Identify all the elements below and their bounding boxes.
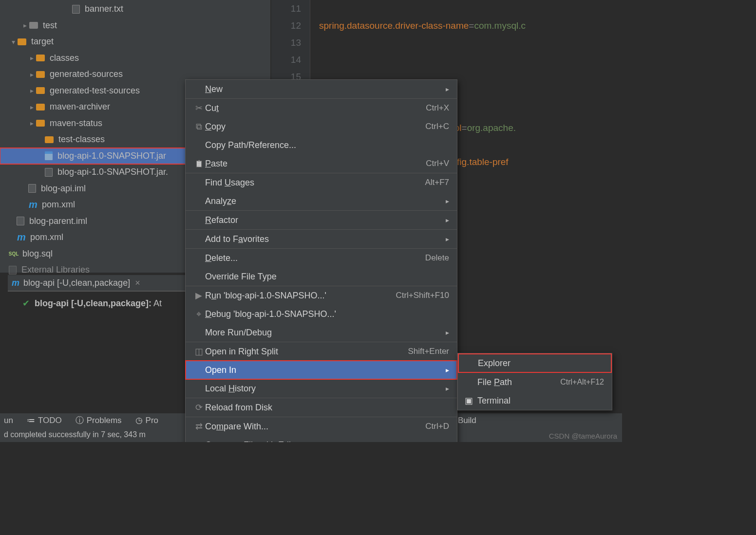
iml-file-icon — [17, 217, 24, 225]
terminal-icon: ▣ — [465, 395, 477, 406]
profiler-icon: ◷ — [135, 415, 143, 425]
run-tool-button[interactable]: un — [4, 416, 13, 425]
close-icon[interactable]: × — [135, 278, 140, 288]
tree-label: generated-sources — [50, 69, 123, 79]
shortcut: Ctrl+C — [425, 122, 449, 131]
submenu-file-path[interactable]: File PathCtrl+Alt+F12 — [458, 373, 612, 391]
status-message: d completed successfully in 7 sec, 343 m — [4, 430, 146, 439]
file-icon — [45, 168, 53, 177]
library-icon — [9, 266, 17, 275]
check-icon: ✔ — [22, 298, 30, 308]
ctx-refactor[interactable]: Refactor — [186, 211, 457, 230]
tree-label: blog-api-1.0-SNAPSHOT.jar. — [57, 167, 168, 177]
tree-label: pom.xml — [42, 200, 75, 210]
tree-label: test-classes — [58, 134, 105, 145]
profiler-tool-button[interactable]: ◷Pro — [135, 415, 158, 425]
ctx-open-in[interactable]: Open In — [186, 361, 457, 379]
tree-row-banner[interactable]: banner.txt — [0, 1, 270, 18]
ctx-cut[interactable]: CutCtrl+X — [186, 99, 457, 117]
run-tab-label: blog-api [-U,clean,package] — [23, 278, 130, 288]
line-number: 11 — [271, 0, 301, 17]
tree-label: blog-api.iml — [41, 184, 86, 194]
iml-file-icon — [28, 184, 36, 193]
maven-icon: m — [28, 200, 38, 210]
tree-row-classes[interactable]: classes — [0, 50, 270, 67]
split-icon — [192, 347, 205, 356]
tree-label: blog.sql — [22, 249, 53, 259]
play-icon: ▶ — [192, 291, 205, 300]
chevron-right-icon — [446, 216, 449, 224]
line-number: 12 — [271, 17, 301, 34]
chevron-right-icon — [446, 85, 449, 93]
ctx-analyze[interactable]: Analyze — [186, 192, 457, 211]
chevron-right-icon — [446, 329, 449, 336]
tree-label: generated-test-sources — [50, 86, 140, 96]
open-in-submenu[interactable]: Explorer File PathCtrl+Alt+F12 ▣Terminal — [457, 353, 612, 410]
ctx-compare-with[interactable]: ⇄Compare With...Ctrl+D — [186, 417, 457, 436]
chevron-right-icon[interactable] — [27, 87, 36, 94]
ctx-reload[interactable]: Reload from Disk — [186, 398, 457, 417]
folder-icon — [36, 120, 45, 127]
chevron-right-icon — [446, 385, 449, 392]
ctx-right-split[interactable]: Open in Right SplitShift+Enter — [186, 342, 457, 361]
shortcut: Ctrl+X — [426, 103, 449, 113]
folder-icon — [29, 22, 38, 29]
tree-row-test[interactable]: test — [0, 18, 270, 34]
chevron-right-icon — [446, 197, 449, 205]
ctx-run[interactable]: ▶Run 'blog-api-1.0-SNAPSHO...'Ctrl+Shift… — [186, 286, 457, 305]
ctx-favorites[interactable]: Add to Favorites — [186, 230, 457, 249]
line-number: 14 — [271, 51, 301, 68]
shortcut: Delete — [425, 253, 449, 263]
scissors-icon — [192, 103, 205, 113]
ctx-delete[interactable]: Delete...Delete — [186, 249, 457, 267]
folder-icon — [36, 55, 45, 61]
build-tool-button[interactable]: Build — [458, 416, 476, 425]
context-menu[interactable]: New CutCtrl+X CopyCtrl+C Copy Path/Refer… — [185, 79, 457, 442]
run-line-tail: At — [151, 298, 162, 308]
code-key: spring.datasource.driver-class-name — [319, 20, 469, 31]
shortcut: Ctrl+Shift+F10 — [396, 291, 449, 300]
problems-tool-button[interactable]: ⓘProblems — [76, 415, 122, 426]
folder-icon — [45, 136, 54, 143]
folder-icon — [36, 104, 45, 111]
ctx-override-type[interactable]: Override File Type — [186, 267, 457, 286]
tree-row-target[interactable]: target — [0, 34, 270, 50]
chevron-right-icon[interactable] — [27, 54, 36, 62]
maven-icon: m — [12, 278, 19, 288]
line-number: 13 — [271, 34, 301, 51]
chevron-right-icon — [446, 366, 449, 374]
tree-label: banner.txt — [85, 4, 123, 14]
ctx-new[interactable]: New — [186, 80, 457, 99]
chevron-right-icon[interactable] — [20, 21, 29, 29]
ctx-copy-path[interactable]: Copy Path/Reference... — [186, 136, 457, 154]
chevron-right-icon[interactable] — [27, 119, 36, 127]
ctx-more-run[interactable]: More Run/Debug — [186, 323, 457, 342]
ctx-paste[interactable]: PasteCtrl+V — [186, 154, 457, 173]
submenu-explorer[interactable]: Explorer — [458, 354, 611, 372]
ctx-find-usages[interactable]: Find UsagesAlt+F7 — [186, 173, 457, 192]
ctx-debug[interactable]: ⌖Debug 'blog-api-1.0-SNAPSHO...' — [186, 305, 457, 323]
chevron-right-icon[interactable] — [27, 103, 36, 111]
reload-icon — [192, 403, 205, 412]
shortcut: Ctrl+Alt+F12 — [560, 378, 604, 387]
chevron-right-icon[interactable] — [27, 71, 36, 78]
shortcut: Ctrl+V — [426, 159, 449, 168]
maven-icon: m — [17, 232, 26, 243]
chevron-down-icon[interactable] — [9, 38, 18, 46]
shortcut: Ctrl+D — [425, 422, 449, 431]
ctx-copy[interactable]: CopyCtrl+C — [186, 117, 457, 136]
todo-tool-button[interactable]: ≔TODO — [27, 415, 62, 425]
code-value: com.mysql.c — [474, 20, 526, 31]
sql-file-icon: SQL — [9, 248, 19, 259]
folder-icon — [18, 38, 26, 45]
tree-label: pom.xml — [30, 232, 63, 242]
run-line: blog-api [-U,clean,package]: — [35, 298, 151, 308]
submenu-terminal[interactable]: ▣Terminal — [458, 391, 612, 410]
tree-label: blog-api-1.0-SNAPSHOT.jar — [57, 151, 166, 161]
tree-label: test — [43, 20, 57, 31]
folder-icon — [36, 87, 45, 94]
ctx-local-history[interactable]: Local History — [186, 379, 457, 398]
tree-label: maven-status — [50, 118, 102, 129]
tree-label: target — [31, 37, 54, 47]
ctx-compare-editor[interactable]: Compare File with Editor — [186, 436, 457, 442]
